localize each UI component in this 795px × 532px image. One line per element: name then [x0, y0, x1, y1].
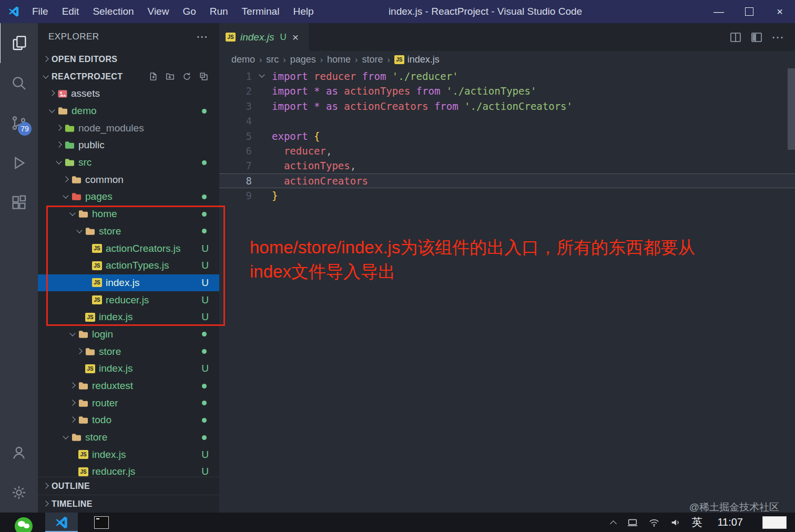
tree-item-public[interactable]: public	[38, 137, 219, 154]
menu-view[interactable]: View	[141, 0, 176, 23]
search-icon[interactable]	[0, 63, 38, 103]
layout-icon[interactable]	[750, 31, 763, 44]
source-control-icon[interactable]: 79	[0, 103, 38, 143]
menu-edit[interactable]: Edit	[55, 0, 86, 23]
ime-indicator[interactable]: 英	[691, 515, 702, 529]
breadcrumb-store[interactable]: store	[362, 54, 383, 65]
tree-item-node-modules[interactable]: node_modules	[38, 119, 219, 137]
menu-file[interactable]: File	[25, 0, 55, 23]
explorer-header: EXPLORER ⋯	[38, 23, 219, 50]
chevron-right-icon	[68, 415, 78, 425]
tree-item-src[interactable]: src	[38, 154, 219, 171]
tree-item-index-js[interactable]: JSindex.jsU	[38, 360, 219, 377]
folder-icon	[85, 347, 95, 356]
taskbar-clock[interactable]: 11:07	[712, 516, 752, 528]
code-token: actionTypes	[284, 160, 350, 171]
fold-chevron-icon[interactable]	[257, 70, 268, 81]
code-line-4[interactable]: 4	[219, 114, 795, 128]
split-editor-icon[interactable]	[729, 31, 742, 44]
breadcrumb-demo[interactable]: demo	[231, 54, 255, 65]
code-line-1[interactable]: 1import reducer from './reducer'	[219, 69, 795, 84]
code-token	[272, 175, 284, 187]
tree-item-reducer-js[interactable]: JSreducer.jsU	[38, 291, 219, 309]
menu-go[interactable]: Go	[176, 0, 202, 23]
tree-item-login[interactable]: login	[38, 326, 219, 343]
code-line-7[interactable]: 7 actionTypes,	[219, 158, 795, 173]
tree-item-store[interactable]: store	[38, 223, 219, 240]
tree-item-pages[interactable]: pages	[38, 188, 219, 206]
new-file-icon[interactable]	[148, 71, 158, 81]
tree-item-home[interactable]: home	[38, 206, 219, 223]
breadcrumb-pages[interactable]: pages	[290, 54, 316, 65]
explorer-more-icon[interactable]: ⋯	[196, 30, 209, 44]
tree-item-store[interactable]: store	[38, 343, 219, 360]
editor-more-icon[interactable]: ⋯	[771, 30, 784, 45]
tree-item-label: reducer.js	[92, 466, 135, 477]
tree-item-reduxtest[interactable]: reduxtest	[38, 377, 219, 395]
tree-item-demo[interactable]: demo	[38, 103, 219, 120]
tree-item-index-js[interactable]: JSindex.jsU	[38, 274, 219, 292]
menu-help[interactable]: Help	[286, 0, 320, 23]
code-line-9[interactable]: 9}	[219, 188, 795, 203]
code-line-5[interactable]: 5export {	[219, 129, 795, 144]
collapse-all-icon[interactable]	[199, 71, 209, 81]
project-section[interactable]: REACTPROJECT	[38, 68, 219, 85]
maximize-button[interactable]	[734, 0, 765, 23]
minimize-button[interactable]: —	[704, 0, 734, 23]
refresh-icon[interactable]	[182, 71, 192, 81]
tree-item-router[interactable]: router	[38, 394, 219, 412]
breadcrumb-src[interactable]: src	[266, 54, 279, 65]
tab-index-js[interactable]: JS index.js U ×	[219, 23, 309, 51]
tab-close-icon[interactable]: ×	[292, 31, 299, 44]
title-bar: FileEditSelectionViewGoRunTerminalHelp i…	[0, 0, 795, 23]
git-modified-dot	[202, 401, 207, 405]
code-token: import	[272, 85, 314, 97]
volume-icon[interactable]	[670, 517, 681, 528]
taskbar-vscode-button[interactable]	[45, 513, 78, 532]
breadcrumb-home[interactable]: home	[327, 54, 351, 65]
run-debug-icon[interactable]	[0, 143, 38, 183]
code-line-3[interactable]: 3import * as actionCreators from './acti…	[219, 99, 795, 114]
tray-expand-icon[interactable]	[610, 519, 617, 526]
code-line-8[interactable]: 8 actionCreators	[219, 173, 795, 188]
tree-item-reducer-js[interactable]: JSreducer.jsU	[38, 463, 219, 477]
wechat-icon[interactable]	[15, 517, 33, 532]
git-untracked-badge: U	[201, 260, 209, 271]
open-editors-section[interactable]: OPEN EDITORS	[38, 50, 219, 68]
source-control-badge: 79	[18, 122, 32, 136]
breadcrumb-file[interactable]: JSindex.js	[394, 54, 440, 65]
menu-selection[interactable]: Selection	[86, 0, 140, 23]
device-icon[interactable]	[627, 517, 638, 528]
tree-item-index-js[interactable]: JSindex.jsU	[38, 446, 219, 463]
js-file-icon: JS	[92, 261, 102, 270]
settings-gear-icon[interactable]	[0, 473, 38, 513]
code-token: actionTypes	[344, 85, 416, 97]
tree-item-index-js[interactable]: JSindex.jsU	[38, 309, 219, 326]
code-area[interactable]: 1import reducer from './reducer'2import …	[219, 68, 795, 203]
tree-item-common[interactable]: common	[38, 171, 219, 188]
folder-icon	[85, 227, 95, 236]
code-line-2[interactable]: 2import * as actionTypes from './actionT…	[219, 84, 795, 98]
taskbar-terminal-button[interactable]	[85, 513, 118, 532]
tree-item-assets[interactable]: assets	[38, 85, 219, 103]
tree-item-actioncreators-js[interactable]: JSactionCreators.jsU	[38, 240, 219, 257]
account-icon[interactable]	[0, 433, 38, 473]
tree-item-todo[interactable]: todo	[38, 412, 219, 429]
extensions-icon[interactable]	[0, 183, 38, 223]
tree-item-actiontypes-js[interactable]: JSactionTypes.jsU	[38, 257, 219, 274]
tree-item-store[interactable]: store	[38, 429, 219, 446]
code-line-6[interactable]: 6 reducer,	[219, 144, 795, 158]
editor-scrollbar[interactable]	[788, 68, 795, 150]
menu-terminal[interactable]: Terminal	[235, 0, 287, 23]
outline-section[interactable]: OUTLINE	[38, 477, 219, 495]
git-untracked-badge: U	[201, 277, 209, 289]
timeline-section[interactable]: TIMELINE	[38, 495, 219, 513]
new-folder-icon[interactable]	[165, 71, 175, 81]
close-button[interactable]: ×	[765, 0, 795, 23]
menu-run[interactable]: Run	[203, 0, 235, 23]
chevron-down-icon	[75, 226, 85, 237]
code-token: actionCreators	[344, 100, 434, 112]
network-icon[interactable]	[648, 517, 660, 528]
git-untracked-badge: U	[201, 466, 209, 477]
explorer-icon[interactable]	[0, 23, 38, 63]
